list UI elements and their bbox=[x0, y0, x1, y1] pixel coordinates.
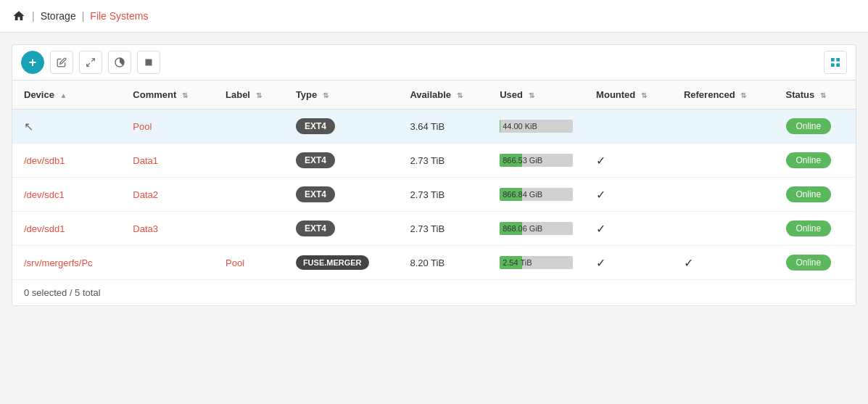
footer-label: selected / 5 total bbox=[32, 287, 101, 298]
usage-bar-text: 2.54 TiB bbox=[503, 258, 532, 267]
cell-available: 2.73 TiB bbox=[398, 144, 488, 178]
device-link[interactable]: /dev/sdc1 bbox=[24, 189, 65, 200]
cell-comment: Data3 bbox=[121, 212, 214, 246]
usage-bar: 868.06 GiB bbox=[500, 222, 573, 235]
cell-type: FUSE.MERGER bbox=[284, 246, 399, 280]
comment-link[interactable]: Data2 bbox=[133, 189, 158, 200]
svg-rect-3 bbox=[831, 58, 835, 62]
cell-status: Online bbox=[774, 144, 856, 178]
expand-button[interactable] bbox=[79, 51, 102, 74]
type-badge: FUSE.MERGER bbox=[296, 255, 369, 270]
cell-status: Online bbox=[774, 110, 856, 144]
table-row[interactable]: ↖PoolEXT43.64 TiB44.00 KiBOnline bbox=[12, 110, 856, 144]
usage-bar: 44.00 KiB bbox=[500, 120, 573, 133]
col-referenced[interactable]: Referenced ⇅ bbox=[672, 81, 774, 110]
cell-type: EXT4 bbox=[284, 178, 399, 212]
type-badge: EXT4 bbox=[296, 152, 335, 168]
col-used[interactable]: Used ⇅ bbox=[488, 81, 584, 110]
separator-1: | bbox=[32, 10, 35, 22]
cell-label bbox=[214, 212, 284, 246]
cell-available: 2.73 TiB bbox=[398, 212, 488, 246]
stop-button[interactable] bbox=[137, 51, 160, 74]
cell-referenced bbox=[672, 178, 774, 212]
svg-rect-6 bbox=[836, 63, 840, 67]
comment-link[interactable]: Data3 bbox=[133, 223, 158, 234]
usage-bar-text: 866.53 GiB bbox=[503, 156, 542, 165]
cell-type: EXT4 bbox=[284, 212, 399, 246]
col-label[interactable]: Label ⇅ bbox=[214, 81, 284, 110]
cell-comment: Data2 bbox=[121, 178, 214, 212]
cell-used: 868.06 GiB bbox=[488, 212, 584, 246]
cell-comment: Data1 bbox=[121, 144, 214, 178]
mounted-check-icon: ✓ bbox=[596, 154, 605, 167]
grid-view-button[interactable] bbox=[824, 51, 847, 74]
device-link[interactable]: /dev/sdd1 bbox=[24, 223, 65, 234]
cursor-icon: ↖ bbox=[24, 120, 33, 133]
cell-mounted bbox=[584, 110, 672, 144]
toolbar-right bbox=[824, 51, 847, 74]
col-status[interactable]: Status ⇅ bbox=[774, 81, 856, 110]
status-badge: Online bbox=[786, 220, 832, 236]
cell-comment: Pool bbox=[121, 110, 214, 144]
type-badge: EXT4 bbox=[296, 118, 335, 134]
type-badge: EXT4 bbox=[296, 186, 335, 202]
storage-link[interactable]: Storage bbox=[41, 10, 76, 22]
comment-link[interactable]: Data1 bbox=[133, 155, 158, 166]
table-footer: 0 selected / 5 total bbox=[12, 279, 856, 305]
table-row[interactable]: /dev/sdc1Data2EXT42.73 TiB866.84 GiB✓Onl… bbox=[12, 178, 856, 212]
col-type[interactable]: Type ⇅ bbox=[284, 81, 399, 110]
cell-device: /dev/sdd1 bbox=[12, 212, 121, 246]
cell-label bbox=[214, 178, 284, 212]
col-mounted[interactable]: Mounted ⇅ bbox=[584, 81, 672, 110]
device-link[interactable]: /dev/sdb1 bbox=[24, 155, 65, 166]
cell-used: 866.53 GiB bbox=[488, 144, 584, 178]
edit-button[interactable] bbox=[50, 51, 73, 74]
type-badge: EXT4 bbox=[296, 220, 335, 236]
svg-rect-5 bbox=[831, 63, 835, 67]
file-systems-table: Device ▲ Comment ⇅ Label ⇅ Type ⇅ Availa… bbox=[12, 80, 856, 306]
usage-bar: 866.53 GiB bbox=[500, 154, 573, 167]
cell-available: 8.20 TiB bbox=[398, 246, 488, 280]
cell-device: /srv/mergerfs/Pc bbox=[12, 246, 121, 280]
mounted-check-icon: ✓ bbox=[596, 223, 605, 235]
svg-rect-4 bbox=[836, 58, 840, 62]
cell-device: /dev/sdc1 bbox=[12, 178, 121, 212]
device-link[interactable]: /srv/mergerfs/Pc bbox=[24, 257, 93, 268]
col-available[interactable]: Available ⇅ bbox=[398, 81, 488, 110]
cell-referenced bbox=[672, 212, 774, 246]
cell-type: EXT4 bbox=[284, 144, 399, 178]
cell-available: 3.64 TiB bbox=[398, 110, 488, 144]
cell-type: EXT4 bbox=[284, 110, 399, 144]
usage-bar: 866.84 GiB bbox=[500, 188, 573, 201]
filesystems-link[interactable]: File Systems bbox=[90, 10, 148, 22]
selected-count: 0 bbox=[24, 287, 29, 298]
cell-available: 2.73 TiB bbox=[398, 178, 488, 212]
cell-label bbox=[214, 110, 284, 144]
table-row[interactable]: /dev/sdd1Data3EXT42.73 TiB868.06 GiB✓Onl… bbox=[12, 212, 856, 246]
mounted-check-icon: ✓ bbox=[596, 257, 605, 269]
label-link[interactable]: Pool bbox=[226, 257, 244, 268]
svg-line-1 bbox=[87, 63, 90, 66]
cell-mounted: ✓ bbox=[584, 144, 672, 178]
usage-bar: 2.54 TiB bbox=[500, 256, 573, 269]
status-badge: Online bbox=[786, 186, 832, 202]
main-content: + bbox=[0, 33, 868, 318]
cell-comment bbox=[121, 246, 214, 280]
add-button[interactable]: + bbox=[21, 51, 44, 74]
referenced-check-icon: ✓ bbox=[684, 257, 693, 269]
cell-label: Pool bbox=[214, 246, 284, 280]
col-comment[interactable]: Comment ⇅ bbox=[121, 81, 214, 110]
toolbar: + bbox=[12, 44, 856, 80]
table-row[interactable]: /dev/sdb1Data1EXT42.73 TiB866.53 GiB✓Onl… bbox=[12, 144, 856, 178]
toolbar-left: + bbox=[21, 51, 160, 74]
col-device[interactable]: Device ▲ bbox=[12, 81, 121, 110]
chart-button[interactable] bbox=[108, 51, 131, 74]
usage-bar-text: 44.00 KiB bbox=[503, 122, 537, 131]
comment-link[interactable]: Pool bbox=[133, 121, 152, 132]
table-row[interactable]: /srv/mergerfs/PcPoolFUSE.MERGER8.20 TiB2… bbox=[12, 246, 856, 280]
status-badge: Online bbox=[786, 118, 832, 134]
cell-used: 44.00 KiB bbox=[488, 110, 584, 144]
cell-used: 866.84 GiB bbox=[488, 178, 584, 212]
svg-rect-2 bbox=[146, 59, 152, 66]
home-icon[interactable] bbox=[12, 9, 26, 23]
